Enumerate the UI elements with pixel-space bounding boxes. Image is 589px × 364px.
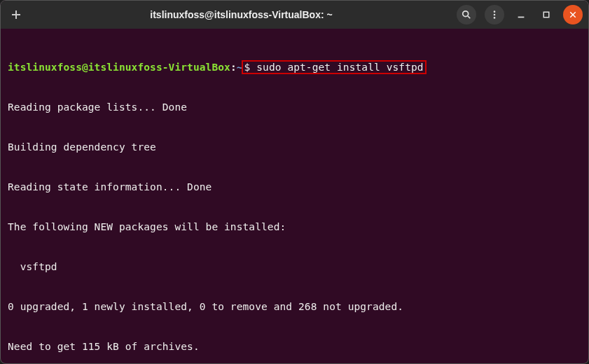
command-text: sudo apt-get install vsftpd bbox=[256, 62, 423, 73]
close-icon bbox=[569, 10, 577, 19]
output-line: Building dependency tree bbox=[8, 141, 581, 154]
minimize-button[interactable] bbox=[513, 6, 529, 23]
output-line: The following NEW packages will be insta… bbox=[8, 220, 581, 234]
svg-rect-1 bbox=[15, 10, 17, 19]
maximize-button[interactable] bbox=[538, 6, 555, 23]
svg-point-2 bbox=[463, 11, 469, 17]
prompt-symbol: $ bbox=[244, 62, 257, 73]
maximize-icon bbox=[542, 10, 550, 19]
prompt-colon: : bbox=[230, 62, 237, 73]
terminal-window: itslinuxfoss@itslinuxfoss-VirtualBox: ~ … bbox=[0, 0, 589, 364]
svg-point-5 bbox=[494, 14, 496, 16]
svg-point-4 bbox=[494, 10, 496, 13]
svg-rect-7 bbox=[518, 17, 525, 18]
menu-button[interactable] bbox=[485, 5, 504, 24]
user-host: itslinuxfoss@itslinuxfoss-VirtualBox bbox=[8, 62, 230, 73]
prompt-line-1: itslinuxfoss@itslinuxfoss-VirtualBox:~$ … bbox=[8, 61, 581, 74]
menu-icon bbox=[490, 10, 499, 20]
window-title: itslinuxfoss@itslinuxfoss-VirtualBox: ~ bbox=[32, 9, 451, 20]
terminal-output[interactable]: itslinuxfoss@itslinuxfoss-VirtualBox:~$ … bbox=[1, 29, 588, 364]
output-line: Reading package lists... Done bbox=[8, 101, 581, 114]
output-line: 0 upgraded, 1 newly installed, 0 to remo… bbox=[8, 300, 581, 314]
output-line: Need to get 115 kB of archives. bbox=[8, 340, 581, 354]
output-line: Reading state information... Done bbox=[8, 181, 581, 194]
command-highlight: $ sudo apt-get install vsftpd bbox=[242, 60, 427, 74]
titlebar: itslinuxfoss@itslinuxfoss-VirtualBox: ~ bbox=[1, 1, 588, 29]
new-tab-button[interactable] bbox=[6, 5, 26, 24]
svg-rect-8 bbox=[543, 12, 549, 18]
minimize-icon bbox=[516, 10, 526, 20]
search-button[interactable] bbox=[457, 5, 476, 24]
close-button[interactable] bbox=[563, 5, 583, 24]
plus-icon bbox=[11, 9, 22, 20]
search-icon bbox=[462, 10, 471, 20]
svg-point-6 bbox=[494, 17, 496, 19]
output-line: vsftpd bbox=[8, 260, 581, 274]
svg-line-3 bbox=[468, 16, 471, 19]
